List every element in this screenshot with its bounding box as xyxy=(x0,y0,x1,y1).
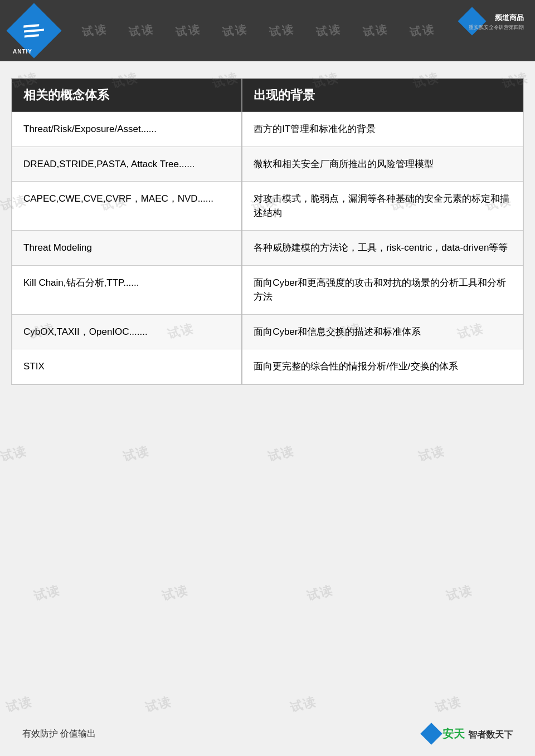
col1-header: 相关的概念体系 xyxy=(12,79,242,112)
table-row: Threat Modeling各种威胁建模的方法论，工具，risk-centri… xyxy=(12,231,523,266)
table-cell-col1: DREAD,STRIDE,PASTA, Attack Tree...... xyxy=(12,147,242,182)
watermark-15: 试读 xyxy=(0,442,28,465)
logo-antiy-text: ANTIY xyxy=(13,48,32,55)
watermark-21: 试读 xyxy=(305,582,335,604)
watermark-16: 试读 xyxy=(121,442,151,465)
table-cell-col1: Kill Chain,钻石分析,TTP...... xyxy=(12,265,242,314)
header-wm-2: 试读 xyxy=(128,21,155,40)
logo-lines xyxy=(23,23,45,37)
header-wm-5: 试读 xyxy=(268,21,295,40)
logo-line-3 xyxy=(25,34,39,37)
footer: 有效防护 价值输出 安天 智者数天下 xyxy=(0,711,535,756)
header-wm-3: 试读 xyxy=(174,21,202,40)
header-logo: ANTIY xyxy=(10,6,60,56)
header-wm-8: 试读 xyxy=(408,21,436,40)
table-cell-col1: Threat/Risk/Exposure/Asset...... xyxy=(12,112,242,147)
footer-right: 安天 智者数天下 xyxy=(424,726,513,742)
footer-diamond xyxy=(421,723,443,745)
table-row: Threat/Risk/Exposure/Asset......西方的IT管理和… xyxy=(12,112,523,147)
right-logo-line2: 重实践安全令训营第四期 xyxy=(469,24,524,31)
header-wm-7: 试读 xyxy=(362,21,389,40)
watermark-18: 试读 xyxy=(416,442,446,465)
col2-header: 出现的背景 xyxy=(242,79,523,112)
table-row: STIX面向更完整的综合性的情报分析/作业/交换的体系 xyxy=(12,349,523,384)
content-table: 相关的概念体系 出现的背景 Threat/Risk/Exposure/Asset… xyxy=(12,79,523,384)
header-wm-4: 试读 xyxy=(221,21,249,40)
footer-brand: 安天 智者数天下 xyxy=(442,726,513,742)
logo-line-2 xyxy=(24,28,44,32)
header-wm-1: 试读 xyxy=(81,21,108,40)
table-header-row: 相关的概念体系 出现的背景 xyxy=(12,79,523,112)
table-cell-col1: Threat Modeling xyxy=(12,231,242,266)
table-cell-col1: CAPEC,CWE,CVE,CVRF，MAEC，NVD...... xyxy=(12,182,242,231)
header-right-logo: 频道商品 重实践安全令训营第四期 xyxy=(457,8,524,53)
logo-line-1 xyxy=(23,24,39,27)
table-row: CAPEC,CWE,CVE,CVRF，MAEC，NVD......对攻击模式，脆… xyxy=(12,182,523,231)
header-wm-6: 试读 xyxy=(315,21,342,40)
table-cell-col2: 面向更完整的综合性的情报分析/作业/交换的体系 xyxy=(242,349,523,384)
table-cell-col2: 微软和相关安全厂商所推出的风险管理模型 xyxy=(242,147,523,182)
right-logo-text: 频道商品 重实践安全令训营第四期 xyxy=(469,13,524,31)
right-logo-line1: 频道商品 xyxy=(469,13,524,23)
table-cell-col2: 面向Cyber和信息交换的描述和标准体系 xyxy=(242,314,523,349)
table-row: CybOX,TAXII，OpenIOC.......面向Cyber和信息交换的描… xyxy=(12,314,523,349)
watermark-22: 试读 xyxy=(444,582,474,604)
watermark-17: 试读 xyxy=(266,442,296,465)
header: ANTIY 试读 试读 试读 试读 试读 试读 试读 试读 频道商品 重实践安全… xyxy=(0,0,535,61)
table-cell-col2: 面向Cyber和更高强度的攻击和对抗的场景的分析工具和分析方法 xyxy=(242,265,523,314)
footer-brand-sub: 智者数天下 xyxy=(468,730,513,739)
table-cell-col2: 西方的IT管理和标准化的背景 xyxy=(242,112,523,147)
watermark-20: 试读 xyxy=(160,582,190,604)
main-content: 相关的概念体系 出现的背景 Threat/Risk/Exposure/Asset… xyxy=(11,78,524,385)
table-cell-col2: 对攻击模式，脆弱点，漏洞等各种基础的安全元素的标定和描述结构 xyxy=(242,182,523,231)
footer-left-text: 有效防护 价值输出 xyxy=(22,728,96,740)
table-cell-col1: CybOX,TAXII，OpenIOC....... xyxy=(12,314,242,349)
header-watermarks: 试读 试读 试读 试读 试读 试读 试读 试读 xyxy=(60,23,457,38)
table-row: Kill Chain,钻石分析,TTP......面向Cyber和更高强度的攻击… xyxy=(12,265,523,314)
table-row: DREAD,STRIDE,PASTA, Attack Tree......微软和… xyxy=(12,147,523,182)
logo-inner xyxy=(14,11,54,50)
table-cell-col2: 各种威胁建模的方法论，工具，risk-centric，data-driven等等 xyxy=(242,231,523,266)
watermark-19: 试读 xyxy=(32,582,62,604)
table-cell-col1: STIX xyxy=(12,349,242,384)
footer-brand-green: 安天 xyxy=(442,728,465,740)
